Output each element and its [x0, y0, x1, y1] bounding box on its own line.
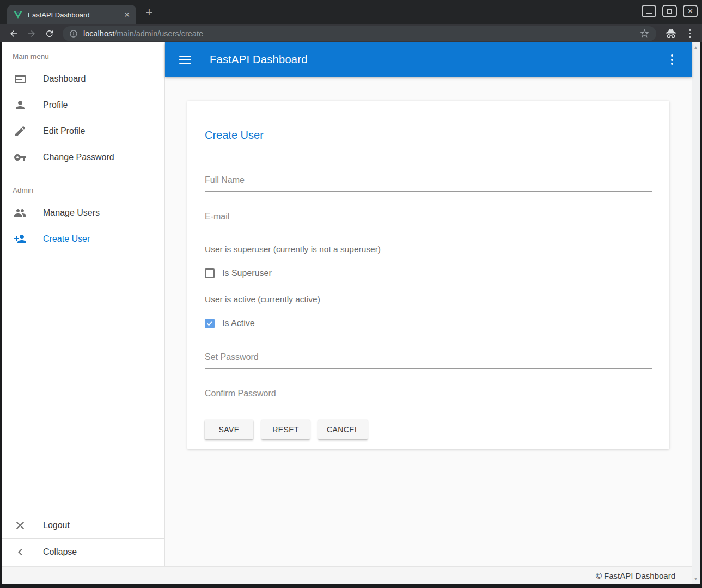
person-icon — [14, 99, 27, 112]
close-x-icon — [14, 519, 27, 532]
confirm-password-input[interactable] — [205, 387, 652, 405]
vue-logo-icon — [14, 10, 22, 19]
cancel-button[interactable]: CANCEL — [318, 420, 368, 439]
appbar-menu-button[interactable] — [667, 54, 677, 65]
sidebar-section-main-menu: Main menu — [2, 42, 164, 66]
incognito-icon — [665, 28, 677, 40]
save-button[interactable]: SAVE — [205, 420, 253, 439]
sidebar-item-label: Edit Profile — [43, 126, 85, 136]
people-icon — [14, 206, 27, 219]
url-text: localhost/main/admin/users/create — [83, 29, 635, 38]
minimize-icon — [646, 13, 652, 14]
superuser-hint: User is superuser (currently is not a su… — [205, 244, 652, 254]
set-password-input[interactable] — [205, 350, 652, 369]
close-window-button[interactable]: ✕ — [683, 5, 698, 17]
sidebar-section-admin: Admin — [2, 176, 164, 200]
browser-window: FastAPI Dashboard ✕ + ✕ localhost/main/a… — [0, 0, 702, 588]
person-add-icon — [14, 232, 27, 246]
logout-label: Logout — [43, 520, 70, 530]
pencil-icon — [14, 125, 27, 138]
sidebar-item-label: Dashboard — [43, 74, 86, 84]
sidebar-item-dashboard[interactable]: Dashboard — [2, 66, 164, 92]
back-icon — [9, 29, 19, 39]
url-path: /main/admin/users/create — [114, 29, 203, 38]
triangle-up-icon: ▲ — [694, 45, 698, 50]
close-icon: ✕ — [687, 8, 693, 15]
scroll-up-button[interactable]: ▲ — [692, 44, 700, 52]
browser-toolbar: localhost/main/admin/users/create — [0, 24, 702, 42]
create-user-card: Create User User is superuser (currently… — [187, 101, 669, 449]
key-icon — [14, 151, 27, 164]
email-input[interactable] — [205, 210, 652, 228]
is-superuser-label[interactable]: Is Superuser — [222, 268, 272, 278]
main-area: FastAPI Dashboard Create User User is su… — [165, 42, 692, 566]
sidebar-item-change-password[interactable]: Change Password — [2, 144, 164, 170]
kebab-menu-icon — [689, 29, 691, 31]
check-icon — [206, 320, 213, 327]
window-controls: ✕ — [642, 5, 698, 17]
address-bar[interactable]: localhost/main/admin/users/create — [63, 26, 656, 41]
maximize-icon — [667, 9, 672, 14]
reset-button[interactable]: RESET — [261, 420, 310, 439]
scroll-down-button[interactable]: ▼ — [692, 575, 700, 583]
browser-tab[interactable]: FastAPI Dashboard ✕ — [7, 5, 136, 24]
triangle-down-icon: ▼ — [694, 577, 698, 581]
reload-button[interactable] — [42, 27, 57, 41]
new-tab-button[interactable]: + — [143, 7, 156, 20]
scrollbar[interactable]: ▲ ▼ — [692, 42, 700, 584]
back-button[interactable] — [7, 27, 21, 41]
tab-close-button[interactable]: ✕ — [122, 10, 132, 20]
forward-button[interactable] — [25, 27, 39, 41]
content-area: Create User User is superuser (currently… — [165, 77, 692, 566]
sidebar-item-create-user[interactable]: Create User — [2, 226, 164, 252]
sidebar: Main menu Dashboard Profile Edit Profile… — [2, 42, 165, 566]
hamburger-icon — [179, 56, 191, 57]
forward-icon — [27, 29, 36, 39]
menu-button[interactable] — [179, 56, 191, 64]
sidebar-item-label: Change Password — [43, 152, 114, 162]
sidebar-item-manage-users[interactable]: Manage Users — [2, 200, 164, 226]
minimize-button[interactable] — [642, 5, 656, 17]
tab-strip: FastAPI Dashboard ✕ + ✕ — [0, 0, 702, 24]
info-icon — [69, 29, 78, 38]
bookmark-star-icon[interactable] — [639, 28, 650, 39]
superuser-checkbox-row: Is Superuser — [205, 268, 652, 278]
page: Main menu Dashboard Profile Edit Profile… — [2, 42, 700, 584]
collapse-button[interactable]: Collapse — [2, 539, 164, 565]
browser-menu-button[interactable] — [685, 29, 695, 38]
copyright-text: © FastAPI Dashboard — [596, 571, 675, 580]
is-active-label[interactable]: Is Active — [222, 318, 255, 328]
sidebar-item-label: Create User — [43, 234, 90, 244]
sidebar-item-profile[interactable]: Profile — [2, 92, 164, 118]
is-active-checkbox[interactable] — [205, 318, 215, 328]
tab-title: FastAPI Dashboard — [28, 11, 122, 19]
is-superuser-checkbox[interactable] — [205, 268, 215, 278]
sidebar-item-label: Manage Users — [43, 208, 100, 218]
kebab-menu-icon — [671, 54, 673, 57]
page-footer: © FastAPI Dashboard — [2, 566, 692, 584]
full-name-input[interactable] — [205, 173, 652, 192]
sidebar-item-label: Profile — [43, 100, 68, 110]
reload-icon — [45, 29, 54, 39]
app-bar: FastAPI Dashboard — [165, 42, 692, 77]
web-icon — [14, 72, 27, 85]
chevron-left-icon — [14, 546, 27, 559]
page-title: Create User — [205, 129, 652, 142]
active-hint: User is active (currently active) — [205, 295, 652, 304]
sidebar-bottom: Logout Collapse — [2, 512, 164, 566]
button-row: SAVE RESET CANCEL — [205, 420, 652, 439]
logout-button[interactable]: Logout — [2, 512, 164, 538]
collapse-label: Collapse — [43, 547, 77, 557]
sidebar-item-edit-profile[interactable]: Edit Profile — [2, 118, 164, 144]
appbar-title: FastAPI Dashboard — [210, 53, 308, 66]
maximize-button[interactable] — [662, 5, 677, 17]
active-checkbox-row: Is Active — [205, 318, 652, 328]
url-host: localhost — [83, 29, 114, 38]
